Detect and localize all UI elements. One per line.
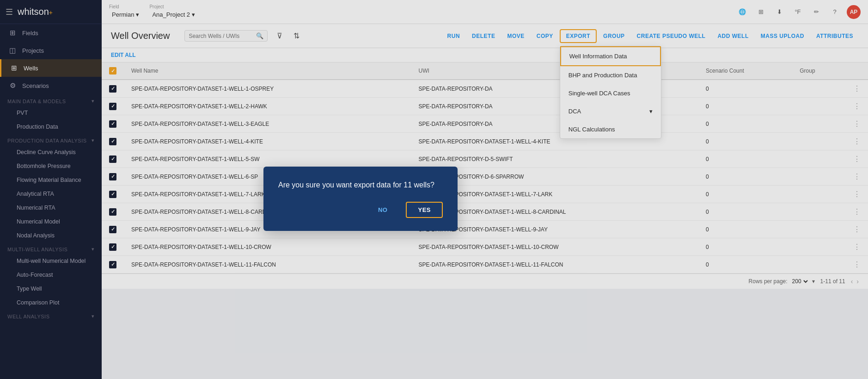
dialog-no-button[interactable]: NO [367,202,399,218]
confirmation-dialog: Are you sure you want export data for 11… [263,167,458,231]
dialog-overlay: Are you sure you want export data for 11… [0,0,868,379]
dialog-message: Are you sure you want export data for 11… [278,180,443,191]
dialog-yes-button[interactable]: YES [406,202,443,218]
dialog-buttons: NO YES [278,202,443,218]
